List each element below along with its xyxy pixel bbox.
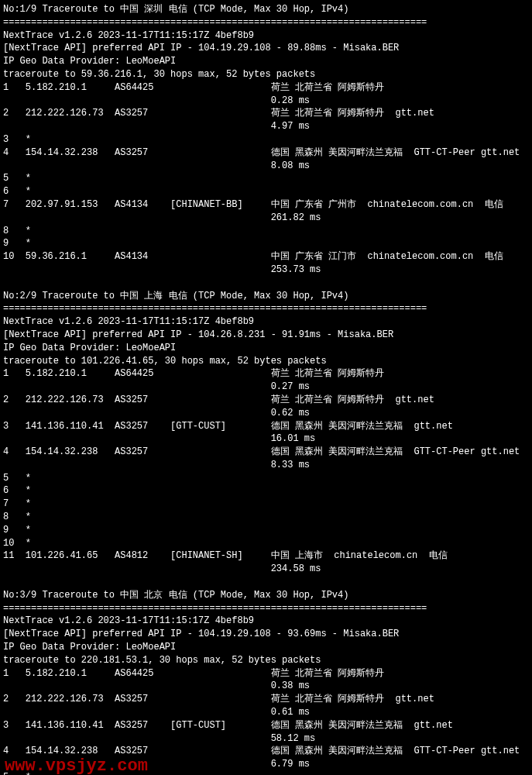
blank <box>3 277 529 290</box>
trace-header: No:2/9 Traceroute to 中国 上海 电信 (TCP Mode,… <box>3 290 529 303</box>
hop-line: 8.33 ms <box>3 459 529 472</box>
version-line: NextTrace v1.2.6 2023-11-17T11:15:17Z 4b… <box>3 615 529 628</box>
hop-line: 2 212.222.126.73 AS3257 荷兰 北荷兰省 阿姆斯特丹 gt… <box>3 107 529 120</box>
hop-line: 253.73 ms <box>3 264 529 277</box>
hop-line: 0.62 ms <box>3 407 529 420</box>
hop-line: 1 5.182.210.1 AS64425 荷兰 北荷兰省 阿姆斯特丹 <box>3 667 529 680</box>
divider: ========================================… <box>3 302 529 315</box>
trace-header: No:3/9 Traceroute to 中国 北京 电信 (TCP Mode,… <box>3 589 529 602</box>
geo-line: IP Geo Data Provider: LeoMoeAPI <box>3 342 529 355</box>
hop-line: 8.08 ms <box>3 160 529 173</box>
hop-line: 7 202.97.91.153 AS4134 [CHINANET-BB] 中国 … <box>3 198 529 212</box>
hop-line: 2 212.222.126.73 AS3257 荷兰 北荷兰省 阿姆斯特丹 gt… <box>3 693 529 706</box>
geo-line: IP Geo Data Provider: LeoMoeAPI <box>3 641 529 654</box>
hop-line: 1 5.182.210.1 AS64425 荷兰 北荷兰省 阿姆斯特丹 <box>3 367 529 381</box>
hop-line: 5 * <box>3 172 529 185</box>
hop-line: 0.27 ms <box>3 381 529 394</box>
hop-line: 10 * <box>3 537 529 550</box>
hop-line: 261.82 ms <box>3 212 529 225</box>
geo-line: IP Geo Data Provider: LeoMoeAPI <box>3 55 529 68</box>
hop-line: 0.61 ms <box>3 706 529 719</box>
api-line: [NextTrace API] preferred API IP - 104.2… <box>3 329 529 342</box>
hop-line: 8 * <box>3 225 529 238</box>
divider: ========================================… <box>3 602 529 615</box>
hop-line: 3 141.136.110.41 AS3257 [GTT-CUST] 德国 黑森… <box>3 719 529 732</box>
version-line: NextTrace v1.2.6 2023-11-17T11:15:17Z 4b… <box>3 315 529 329</box>
hop-line: 8 * <box>3 511 529 524</box>
cmd-line: traceroute to 59.36.216.1, 30 hops max, … <box>3 68 529 81</box>
hop-line: 4 154.14.32.238 AS3257 德国 黑森州 美因河畔法兰克福 G… <box>3 146 529 160</box>
version-line: NextTrace v1.2.6 2023-11-17T11:15:17Z 4b… <box>3 29 529 43</box>
hop-line: 10 59.36.216.1 AS4134 中国 广东省 江门市 chinate… <box>3 250 529 264</box>
hop-line: 234.58 ms <box>3 563 529 576</box>
terminal-output: { "divider": "==========================… <box>3 3 529 775</box>
hop-line: 9 * <box>3 524 529 537</box>
watermark-red: www.vpsjyz.com <box>5 755 148 775</box>
hop-line: 2 212.222.126.73 AS3257 荷兰 北荷兰省 阿姆斯特丹 gt… <box>3 394 529 407</box>
hop-line: 3 141.136.110.41 AS3257 [GTT-CUST] 德国 黑森… <box>3 420 529 433</box>
hop-line: 7 * <box>3 498 529 511</box>
hop-line: 1 5.182.210.1 AS64425 荷兰 北荷兰省 阿姆斯特丹 <box>3 81 529 95</box>
divider: ========================================… <box>3 16 529 29</box>
hop-line: 6 * <box>3 185 529 198</box>
hop-line: 6 * <box>3 484 529 498</box>
hop-line: 5 * <box>3 472 529 485</box>
cmd-line: traceroute to 101.226.41.65, 30 hops max… <box>3 355 529 368</box>
hop-line: 11 101.226.41.65 AS4812 [CHINANET-SH] 中国… <box>3 549 529 563</box>
cmd-line: traceroute to 220.181.53.1, 30 hops max,… <box>3 654 529 667</box>
hop-line: 58.12 ms <box>3 732 529 746</box>
hop-line: 0.28 ms <box>3 95 529 108</box>
blank <box>3 576 529 589</box>
hop-line: 9 * <box>3 237 529 250</box>
api-line: [NextTrace API] preferred API IP - 104.1… <box>3 42 529 55</box>
hop-line: 4 154.14.32.238 AS3257 德国 黑森州 美因河畔法兰克福 G… <box>3 446 529 459</box>
hop-line: 16.01 ms <box>3 432 529 446</box>
hop-line: 4.97 ms <box>3 120 529 133</box>
trace-header: No:1/9 Traceroute to 中国 深圳 电信 (TCP Mode,… <box>3 3 529 16</box>
hop-line: 0.38 ms <box>3 680 529 693</box>
api-line: [NextTrace API] preferred API IP - 104.1… <box>3 628 529 641</box>
hop-line: 3 * <box>3 133 529 146</box>
